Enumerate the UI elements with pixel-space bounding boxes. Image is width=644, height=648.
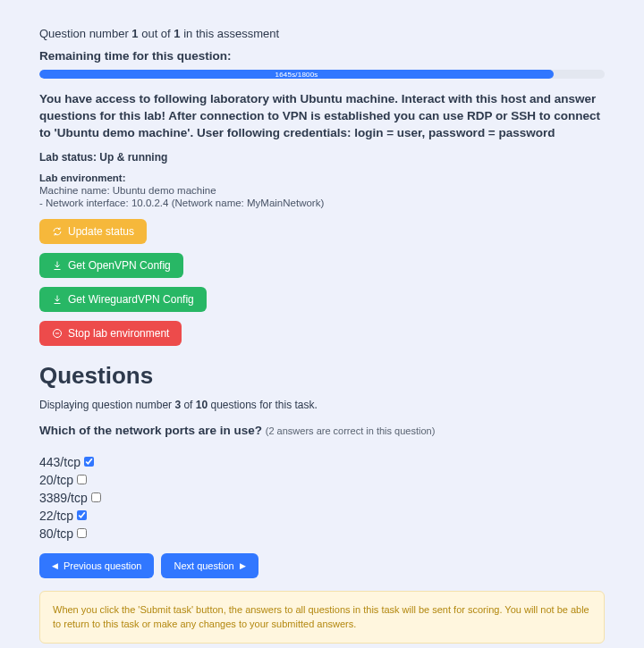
answer-checkbox[interactable] xyxy=(77,528,87,538)
question-hint: (2 answers are correct in this question) xyxy=(266,425,436,436)
answer-option[interactable]: 80/tcp xyxy=(39,526,605,541)
update-status-button[interactable]: Update status xyxy=(39,219,147,244)
questions-heading: Questions xyxy=(39,362,605,390)
chevron-right-icon: ▶ xyxy=(240,561,246,570)
progress-bar: 1645s/1800s xyxy=(39,70,605,79)
answer-checkbox[interactable] xyxy=(77,475,87,484)
remaining-time-label: Remaining time for this question: xyxy=(39,49,605,63)
progress-text: 1645s/1800s xyxy=(275,71,318,79)
answer-option-label: 443/tcp xyxy=(39,455,80,469)
download-icon xyxy=(52,294,63,305)
answer-checkbox[interactable] xyxy=(91,492,101,502)
answer-options: 443/tcp20/tcp3389/tcp22/tcp80/tcp xyxy=(39,455,605,541)
question-text: Which of the network ports are in use? (… xyxy=(39,424,605,437)
answer-option-label: 3389/tcp xyxy=(39,491,88,505)
question-number-line: Question number 1 out of 1 in this asses… xyxy=(39,27,605,40)
chevron-left-icon: ◀ xyxy=(52,561,58,570)
answer-option[interactable]: 443/tcp xyxy=(39,455,605,469)
stop-lab-button[interactable]: Stop lab environment xyxy=(39,321,182,346)
submit-warning: When you click the 'Submit task' button,… xyxy=(39,591,605,644)
answer-option-label: 80/tcp xyxy=(39,526,73,541)
stop-icon xyxy=(52,328,63,339)
answer-checkbox[interactable] xyxy=(84,457,94,467)
answer-option-label: 20/tcp xyxy=(39,473,73,487)
answer-option[interactable]: 22/tcp xyxy=(39,509,605,523)
answer-option[interactable]: 3389/tcp xyxy=(39,491,605,505)
answer-checkbox[interactable] xyxy=(77,510,87,520)
next-question-button[interactable]: Next question ▶ xyxy=(161,553,258,578)
lab-status: Lab status: Up & running xyxy=(39,151,605,164)
answer-option-label: 22/tcp xyxy=(39,509,73,523)
lab-env-heading: Lab environment: xyxy=(39,173,605,183)
get-openvpn-button[interactable]: Get OpenVPN Config xyxy=(39,253,183,278)
get-wireguard-button[interactable]: Get WireguardVPN Config xyxy=(39,287,207,312)
answer-option[interactable]: 20/tcp xyxy=(39,473,605,487)
refresh-icon xyxy=(52,226,63,237)
previous-question-button[interactable]: ◀ Previous question xyxy=(39,553,154,578)
lab-instructions: You have access to following laboratory … xyxy=(39,91,605,142)
lab-network-interface: - Network interface: 10.0.2.4 (Network n… xyxy=(39,198,605,208)
download-icon xyxy=(52,260,63,271)
lab-machine-name: Machine name: Ubuntu demo machine xyxy=(39,185,605,196)
question-position-line: Displaying question number 3 of 10 quest… xyxy=(39,399,605,411)
